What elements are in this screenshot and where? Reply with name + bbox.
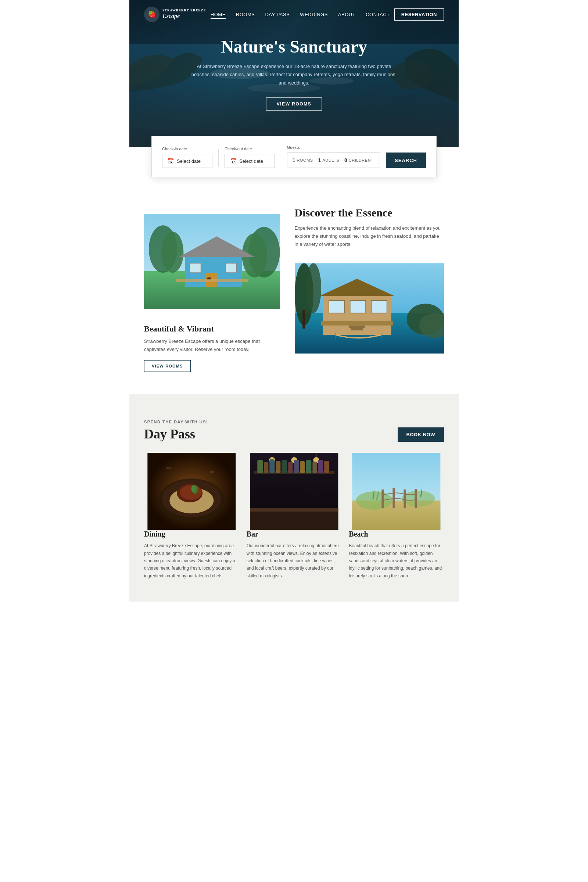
adults-label: ADULTS — [322, 158, 339, 162]
rooms-label: ROOMS — [297, 158, 313, 162]
children-label: CHILDREN — [349, 158, 371, 162]
checkin-field: Check-in date 📅 Select date — [162, 147, 212, 168]
svg-rect-16 — [226, 263, 237, 273]
hero-content: Nature's Sanctuary At Strawberry Breeze … — [162, 36, 426, 110]
daypass-header-left: SPEND THE DAY WITH US! Day Pass — [144, 420, 208, 442]
daypass-card-bar: Bar Our wonderful bar offers a relaxing … — [247, 453, 342, 579]
svg-rect-28 — [371, 301, 387, 313]
villa-image — [295, 255, 444, 362]
svg-point-22 — [305, 263, 321, 313]
discover-left-column: Beautiful & Vibrant Strawberry Breeze Es… — [144, 207, 280, 372]
svg-rect-44 — [210, 471, 214, 473]
checkin-calendar-icon: 📅 — [168, 158, 174, 164]
nav-rooms[interactable]: ROOMS — [236, 12, 255, 17]
nav-home[interactable]: HOME — [211, 12, 226, 19]
logo[interactable]: 🍓 STRAWBERRY BREEZE Escape — [144, 7, 206, 22]
bar-description: Our wonderful bar offers a relaxing atmo… — [247, 542, 342, 579]
dining-image — [144, 453, 239, 530]
svg-rect-59 — [294, 460, 299, 473]
svg-rect-24 — [321, 321, 393, 326]
view-rooms-hero-button[interactable]: VIEW ROOMS — [266, 98, 322, 111]
svg-rect-29 — [349, 326, 364, 328]
discover-left-text: Beautiful & Vibrant Strawberry Breeze Es… — [144, 317, 280, 372]
dining-description: At Strawberry Breeze Escape, our dining … — [144, 542, 239, 579]
svg-rect-73 — [404, 489, 406, 508]
svg-rect-21 — [303, 310, 305, 329]
nav-links: HOME ROOMS DAY PASS WEDDINGS ABOUT CONTA… — [211, 11, 390, 18]
logo-icon: 🍓 — [144, 7, 159, 22]
svg-rect-60 — [300, 461, 304, 473]
checkin-label: Check-in date — [162, 147, 212, 151]
nav-contact[interactable]: CONTACT — [366, 12, 390, 17]
svg-rect-58 — [288, 462, 292, 473]
svg-point-10 — [161, 231, 183, 273]
daypass-cards: Dining At Strawberry Breeze Escape, our … — [144, 453, 444, 579]
guests-label: Guests — [287, 145, 380, 150]
guests-field: Guests 1 ROOMS 1 ADULTS 0 CHILDREN — [287, 145, 380, 168]
svg-rect-26 — [329, 301, 344, 313]
svg-rect-55 — [269, 459, 274, 473]
svg-rect-43 — [166, 468, 171, 469]
nav-weddings[interactable]: WEDDINGS — [300, 12, 328, 17]
svg-rect-57 — [282, 460, 287, 473]
beach-description: Beautiful beach that offers a perfect es… — [349, 542, 444, 579]
svg-rect-17 — [176, 279, 248, 282]
hero-title: Nature's Sanctuary — [191, 36, 397, 57]
svg-rect-66 — [250, 508, 338, 512]
svg-rect-72 — [393, 488, 395, 508]
beach-image — [349, 453, 444, 530]
svg-point-40 — [180, 485, 202, 500]
guests-values[interactable]: 1 ROOMS 1 ADULTS 0 CHILDREN — [287, 153, 380, 168]
book-now-button[interactable]: BOOK NOW — [398, 428, 444, 442]
left-title: Beautiful & Vibrant — [144, 324, 280, 334]
svg-rect-64 — [324, 461, 329, 473]
svg-rect-27 — [350, 301, 365, 313]
view-rooms-button[interactable]: VIEW ROOMS — [144, 360, 191, 372]
svg-rect-63 — [318, 460, 323, 473]
reservation-button[interactable]: RESERVATION — [394, 9, 444, 21]
checkin-input[interactable]: 📅 Select date — [162, 154, 212, 168]
bar-svg — [247, 453, 342, 530]
booking-bar: Check-in date 📅 Select date Check-out da… — [152, 136, 436, 177]
beach-svg — [349, 453, 444, 530]
booking-divider — [218, 149, 219, 167]
svg-rect-74 — [415, 489, 417, 508]
cottage-image — [144, 207, 280, 317]
daypass-header: SPEND THE DAY WITH US! Day Pass BOOK NOW — [144, 420, 444, 442]
left-description: Strawberry Breeze Escape offers a unique… — [144, 338, 280, 354]
villa-svg — [295, 255, 444, 362]
rooms-count: 1 — [292, 157, 296, 163]
dining-title: Dining — [144, 530, 239, 538]
svg-rect-61 — [306, 460, 311, 473]
svg-rect-62 — [312, 462, 317, 473]
daypass-card-beach: Beach Beautiful beach that offers a perf… — [349, 453, 444, 579]
svg-rect-15 — [190, 263, 201, 273]
hero-subtitle: At Strawberry Breeze Escape experience o… — [191, 63, 397, 87]
daypass-title: Day Pass — [144, 426, 208, 442]
checkout-input[interactable]: 📅 Select date — [225, 154, 275, 168]
checkin-placeholder: Select date — [177, 158, 201, 164]
svg-point-42 — [191, 485, 195, 492]
svg-rect-54 — [264, 462, 268, 473]
bar-title: Bar — [247, 530, 342, 538]
discover-description: Experience the enchanting blend of relax… — [295, 224, 444, 248]
discover-section: Beautiful & Vibrant Strawberry Breeze Es… — [129, 177, 459, 394]
children-count: 0 — [344, 157, 347, 163]
daypass-section: SPEND THE DAY WITH US! Day Pass BOOK NOW — [129, 394, 459, 602]
nav-daypass[interactable]: DAY PASS — [265, 12, 290, 17]
logo-text: STRAWBERRY BREEZE Escape — [162, 9, 206, 20]
cottage-svg — [144, 207, 280, 317]
checkout-placeholder: Select date — [239, 158, 263, 164]
booking-divider-2 — [281, 149, 281, 167]
search-button[interactable]: SEARCH — [386, 153, 426, 168]
svg-rect-71 — [382, 489, 384, 508]
main-nav: 🍓 STRAWBERRY BREEZE Escape HOME ROOMS DA… — [129, 0, 459, 28]
nav-about[interactable]: ABOUT — [338, 12, 356, 17]
svg-rect-56 — [276, 461, 280, 473]
discover-title: Discover the Essence — [295, 207, 444, 219]
svg-point-70 — [402, 490, 435, 507]
checkout-calendar-icon: 📅 — [230, 158, 236, 164]
checkout-field: Check-out date 📅 Select date — [225, 147, 275, 168]
bar-image — [247, 453, 342, 530]
dining-svg — [144, 453, 239, 530]
